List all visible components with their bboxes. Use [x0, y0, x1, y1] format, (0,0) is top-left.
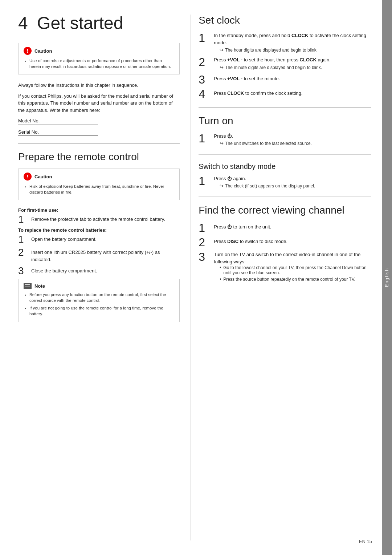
right-column: Set clock 1 In the standby mode, press a… — [191, 15, 371, 540]
replace-step-2: 2 Insert one lithium CR2025 battery with… — [18, 247, 180, 263]
caution-list-1: Use of controls or adjustments or perfor… — [24, 58, 174, 69]
chapter-title: Get started — [37, 13, 123, 33]
chapter-number: 4 — [18, 13, 28, 33]
standby-step-1: 1 Press ⏻ again. ↪The clock (if set) app… — [199, 175, 371, 190]
turn-on-step-1: 1 Press ⏻. ↪The unit switches to the las… — [199, 133, 371, 147]
turn-on-heading: Turn on — [199, 115, 371, 127]
divider-4 — [199, 197, 371, 197]
find-step-text-2: Press DISC to switch to disc mode. — [214, 236, 371, 245]
page-footer: EN 15 — [359, 539, 372, 544]
caution-title-1: Caution — [34, 48, 52, 54]
clock-step-num-2: 2 — [199, 56, 214, 68]
section-heading-remote: Prepare the remote control — [18, 151, 180, 163]
step-text-r3: Close the battery compartment. — [31, 266, 180, 275]
find-bullet-1: • Go to the lowest channel on your TV, t… — [220, 265, 371, 275]
clock-step-num-1: 1 — [199, 32, 214, 44]
note-box: Note Before you press any function butto… — [18, 279, 180, 322]
find-step-1: 1 Press ⏻ to turn on the unit. — [199, 222, 371, 234]
note-item-2: If you are not going to use the remote c… — [29, 305, 174, 317]
first-use-step-1: 1 Remove the protective tab to activate … — [18, 214, 180, 224]
clock-step-num-4: 4 — [199, 88, 214, 100]
standby-step-text-1: Press ⏻ again. — [214, 174, 246, 181]
serial-underline — [18, 135, 98, 136]
serial-label: Serial No. — [18, 129, 39, 135]
divider-3 — [199, 154, 371, 155]
clock-step-num-3: 3 — [199, 74, 214, 85]
step-num-r3: 3 — [18, 266, 31, 276]
note-icon — [24, 283, 32, 289]
clock-step-text-3: Press +VOL - to set the minute. — [214, 74, 371, 82]
find-step-num-3: 3 — [199, 251, 214, 263]
model-line: Model No. — [18, 117, 180, 125]
clock-step-arrow-2: ↪The minute digits are displayed and beg… — [220, 64, 331, 71]
find-step-text-1: Press ⏻ to turn on the unit. — [214, 222, 371, 231]
standby-arrow-text-1: The clock (if set) appears on the displa… — [225, 183, 315, 189]
find-step-num-2: 2 — [199, 236, 214, 248]
replace-step-3: 3 Close the battery compartment. — [18, 266, 180, 276]
caution-box-2: ! Caution Risk of explosion! Keep batter… — [18, 169, 180, 200]
turn-on-arrow-1: ↪The unit switches to the last selected … — [220, 140, 312, 147]
note-list: Before you press any function button on … — [24, 292, 174, 316]
set-clock-heading: Set clock — [199, 15, 371, 26]
divider-1 — [18, 143, 180, 144]
clock-step-text-1: In the standby mode, press and hold CLOC… — [214, 31, 366, 45]
step-num-fu1: 1 — [18, 214, 31, 224]
chapter-heading: 4 Get started — [18, 15, 180, 32]
clock-step-2: 2 Press +VOL - to set the hour, then pre… — [199, 56, 371, 71]
step-num-r2: 2 — [18, 247, 31, 258]
find-step-text-3: Turn on the TV and switch to the correct… — [214, 250, 360, 264]
find-bullet-text-2: Press the source button repeatedly on th… — [223, 277, 355, 282]
replace-step-1: 1 Open the battery compartment. — [18, 234, 180, 244]
find-step-3: 3 Turn on the TV and switch to the corre… — [199, 251, 371, 283]
standby-arrow-1: ↪The clock (if set) appears on the displ… — [220, 183, 315, 189]
page-number: EN 15 — [359, 539, 372, 544]
step-text-r1: Open the battery compartment. — [31, 234, 180, 243]
note-title: Note — [34, 283, 45, 289]
caution-item-2: Risk of explosion! Keep batteries away f… — [29, 183, 174, 195]
intro-text-2: If you contact Philips, you will be aske… — [18, 93, 180, 114]
side-tab-label: English — [384, 268, 389, 287]
clock-step-4: 4 Press CLOCK to confirm the clock setti… — [199, 88, 371, 100]
divider-2 — [199, 107, 371, 108]
turn-on-arrow-text-1: The unit switches to the last selected s… — [225, 141, 312, 146]
find-channel-heading: Find the correct viewing channel — [199, 204, 371, 216]
caution-list-2: Risk of explosion! Keep batteries away f… — [24, 183, 174, 195]
side-tab: English — [382, 0, 392, 555]
turn-on-step-text-1: Press ⏻. — [214, 132, 233, 139]
model-label: Model No. — [18, 118, 40, 123]
clock-step-text-4: Press CLOCK to confirm the clock setting… — [214, 88, 371, 97]
clock-step-3: 3 Press +VOL - to set the minute. — [199, 74, 371, 85]
find-step-num-1: 1 — [199, 222, 214, 234]
caution-box-1: ! Caution Use of controls or adjustments… — [18, 43, 180, 74]
step-text-r2: Insert one lithium CR2025 battery with c… — [31, 247, 180, 263]
clock-arrow-text-1: The hour digits are displayed and begin … — [225, 48, 318, 53]
caution-item-1: Use of controls or adjustments or perfor… — [29, 58, 174, 69]
clock-step-text-2: Press +VOL - to set the hour, then press… — [214, 56, 331, 62]
note-item-1: Before you press any function button on … — [29, 292, 174, 303]
serial-line: Serial No. — [18, 129, 180, 136]
clock-step-1: 1 In the standby mode, press and hold CL… — [199, 32, 371, 53]
left-column: 4 Get started ! Caution Use of controls … — [18, 15, 191, 540]
caution-icon-1: ! — [24, 47, 32, 55]
caution-icon-2: ! — [24, 173, 32, 181]
find-bullet-text-1: Go to the lowest channel on your TV, the… — [223, 265, 371, 275]
clock-arrow-text-2: The minute digits are displayed and begi… — [225, 65, 322, 70]
step-text-fu1: Remove the protective tab to activate th… — [31, 214, 180, 223]
step-num-r1: 1 — [18, 234, 31, 244]
model-underline — [18, 125, 98, 125]
first-use-label: For first-time use: — [18, 207, 180, 213]
find-step-2: 2 Press DISC to switch to disc mode. — [199, 236, 371, 248]
clock-step-arrow-1: ↪The hour digits are displayed and begin… — [220, 47, 371, 53]
standby-heading: Switch to standby mode — [199, 162, 371, 171]
intro-text-1: Always follow the instructions in this c… — [18, 82, 180, 89]
turn-on-step-num-1: 1 — [199, 133, 214, 144]
replace-label: To replace the remote control batteries: — [18, 227, 180, 233]
standby-step-num-1: 1 — [199, 175, 214, 187]
find-bullet-2: • Press the source button repeatedly on … — [220, 277, 371, 282]
caution-title-2: Caution — [34, 174, 52, 179]
